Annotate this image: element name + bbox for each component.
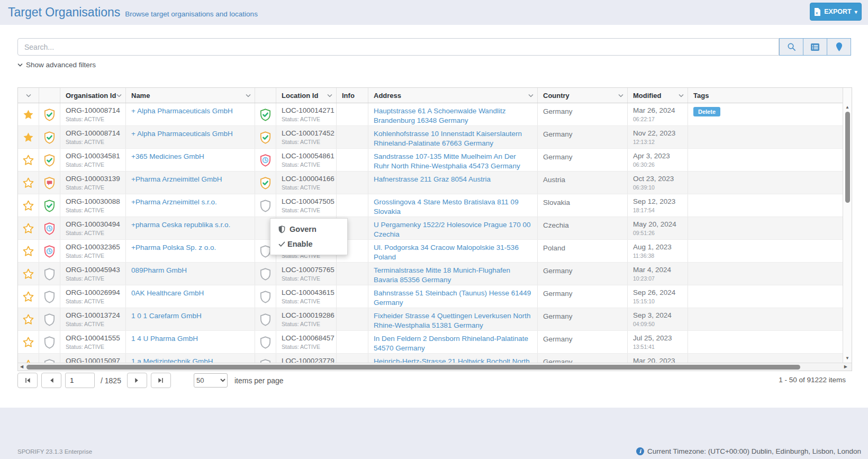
organisation-shield-cell[interactable] (39, 217, 60, 239)
favorite-star-cell[interactable] (18, 149, 39, 171)
horizontal-scrollbar-thumb[interactable] (26, 365, 800, 370)
column-header-address[interactable]: Address (368, 88, 538, 103)
next-page-button[interactable] (127, 373, 147, 388)
chevron-down-icon[interactable] (116, 94, 122, 97)
column-header-tags[interactable]: Tags (688, 88, 842, 103)
location-shield-cell[interactable] (255, 103, 276, 125)
chevron-down-icon[interactable] (327, 94, 332, 97)
search-input[interactable] (17, 38, 779, 56)
tag-badge[interactable]: Delete (693, 107, 720, 116)
favorite-star-cell[interactable] (18, 103, 39, 125)
organisation-shield-cell[interactable] (39, 103, 60, 125)
scroll-right-arrow-icon[interactable]: ▶ (844, 364, 847, 369)
address-link[interactable]: Bahnstrasse 51 Steinbach (Taunus) Hesse … (374, 289, 537, 307)
address-link[interactable]: Sandstrasse 107-135 Mitte Muelheim An De… (374, 152, 537, 170)
organisation-shield-cell[interactable] (39, 240, 60, 262)
organisation-name-link[interactable]: +Pharma Polska Sp. z o.o. (131, 243, 255, 253)
organisation-name-link[interactable]: + Alpha Pharmaceuticals GmbH (131, 129, 255, 139)
context-menu-item-enable[interactable]: Enable (270, 237, 347, 251)
favorite-star-cell[interactable] (18, 263, 39, 285)
scroll-left-arrow-icon[interactable]: ◀ (20, 364, 23, 369)
column-header-loc_id[interactable]: Location Id (276, 88, 337, 103)
address-link[interactable]: In Den Feldern 2 Densborn Rhineland-Pala… (374, 334, 537, 353)
address-link[interactable]: Kohlenhofstrasse 10 Innenstadt Kaisersla… (374, 129, 537, 148)
organisation-shield-cell[interactable] (39, 194, 60, 217)
page-size-select[interactable]: 50 (194, 373, 228, 388)
column-header-loc_shield[interactable] (255, 88, 276, 103)
address-link[interactable]: Ul. Podgorska 34 Cracow Malopolskie 31-5… (374, 243, 537, 262)
organisation-shield-cell[interactable] (39, 263, 60, 285)
organisation-name-link[interactable]: +365 Medicines GmbH (131, 152, 255, 161)
organisation-shield-cell[interactable] (39, 331, 60, 353)
address-link[interactable]: U Pergamenky 1522/2 Holesovice Prague 17… (374, 220, 537, 239)
column-header-org_shield[interactable] (39, 88, 60, 103)
organisation-name-link[interactable]: 1 4 U Pharma GmbH (131, 334, 255, 344)
organisation-name-link[interactable]: +pharma Ceska republika s.r.o. (131, 220, 255, 230)
organisation-shield-cell[interactable] (39, 172, 60, 194)
favorite-star-cell[interactable] (18, 217, 39, 239)
page-number-input[interactable] (65, 373, 95, 388)
location-shield-cell[interactable] (255, 331, 276, 353)
location-shield-cell[interactable] (255, 149, 276, 171)
organisation-name-link[interactable]: +Pharma Arzneimittel GmbH (131, 175, 255, 184)
location-shield-cell[interactable] (255, 354, 276, 363)
favorite-star-cell[interactable] (18, 285, 39, 308)
favorite-star-cell[interactable] (18, 354, 39, 363)
favorite-star-cell[interactable] (18, 194, 39, 217)
organisation-shield-cell[interactable] (39, 285, 60, 308)
column-header-modified[interactable]: Modified (628, 88, 688, 103)
organisation-name-link[interactable]: 0AK Healthcare GmbH (131, 289, 255, 298)
column-header-select[interactable] (18, 88, 39, 103)
vertical-scrollbar-thumb[interactable] (845, 112, 850, 203)
location-shield-cell[interactable] (255, 172, 276, 194)
search-button[interactable] (779, 38, 803, 56)
column-header-info[interactable]: Info (337, 88, 368, 103)
last-page-button[interactable] (151, 373, 171, 388)
address-link[interactable]: Hauptstrasse 61 A Schoenwalde Wandlitz B… (374, 106, 537, 125)
location-shield-cell[interactable] (255, 263, 276, 285)
favorite-star-cell[interactable] (18, 331, 39, 353)
vertical-scrollbar[interactable]: ▲ ▼ (843, 88, 852, 363)
organisation-shield-cell[interactable] (39, 354, 60, 363)
address-link[interactable]: Heinrich-Hertz-Strasse 21 Holtwick Bocho… (374, 357, 537, 363)
chevron-down-icon[interactable] (26, 94, 31, 97)
map-view-button[interactable] (827, 38, 851, 56)
chevron-down-icon[interactable] (246, 94, 251, 97)
favorite-star-cell[interactable] (18, 126, 39, 148)
scroll-down-arrow-icon[interactable]: ▼ (843, 356, 852, 361)
chevron-down-icon[interactable] (618, 94, 623, 97)
favorite-star-cell[interactable] (18, 308, 39, 330)
modified-time: 18:17:54 (633, 207, 688, 213)
export-button[interactable]: x EXPORT ▾ (810, 3, 862, 21)
location-shield-cell[interactable] (255, 126, 276, 148)
favorite-star-cell[interactable] (18, 172, 39, 194)
scroll-up-arrow-icon[interactable]: ▲ (843, 105, 852, 110)
location-shield-cell[interactable] (255, 308, 276, 330)
organisation-shield-cell[interactable] (39, 149, 60, 171)
organisation-shield-cell[interactable] (39, 308, 60, 330)
chevron-down-icon[interactable] (679, 94, 684, 97)
column-header-name[interactable]: Name (126, 88, 255, 103)
list-view-button[interactable] (803, 38, 827, 56)
horizontal-scrollbar[interactable]: ◀ ▶ (18, 363, 852, 371)
organisation-name-link[interactable]: + Alpha Pharmaceuticals GmbH (131, 106, 255, 116)
organisation-name-link[interactable]: +Pharma Arzneimittel s.r.o. (131, 197, 255, 207)
location-shield-cell[interactable] (255, 285, 276, 308)
address-link[interactable]: Fixheider Strasse 4 Quettingen Leverkuse… (374, 311, 537, 330)
organisation-name-link[interactable]: 1 0 1 Carefarm GmbH (131, 311, 255, 321)
organisation-name-link[interactable]: 089Pharm GmbH (131, 266, 255, 275)
column-header-org_id[interactable]: Organisation Id (60, 88, 126, 103)
column-header-country[interactable]: Country (538, 88, 628, 103)
organisation-name-link[interactable]: 1 a Medizintechnik GmbH (131, 357, 255, 363)
address-link[interactable]: Hafnerstrasse 211 Graz 8054 Austria (374, 175, 537, 184)
location-shield-cell[interactable] (255, 194, 276, 217)
first-page-button[interactable] (17, 373, 38, 388)
advanced-filters-toggle[interactable]: Show advanced filters (17, 61, 96, 69)
favorite-star-cell[interactable] (18, 240, 39, 262)
chevron-down-icon[interactable] (528, 94, 534, 97)
organisation-shield-cell[interactable] (39, 126, 60, 148)
address-link[interactable]: Grosslingova 4 Stare Mesto Bratislava 81… (374, 197, 537, 216)
context-menu-item-govern[interactable]: Govern (270, 222, 347, 237)
previous-page-button[interactable] (41, 373, 61, 388)
address-link[interactable]: Terminalstrasse Mitte 18 Munich-Flughafe… (374, 266, 537, 284)
